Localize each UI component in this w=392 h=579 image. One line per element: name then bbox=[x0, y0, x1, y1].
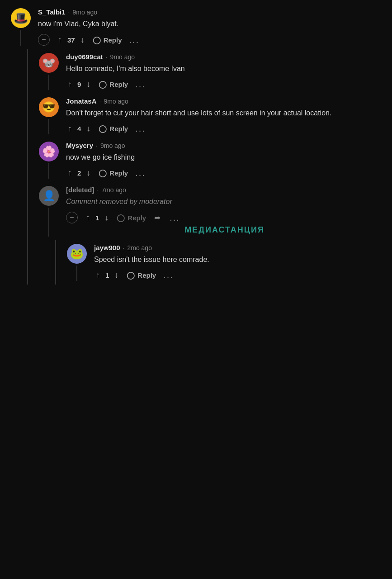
downvote-icon-jonatas bbox=[86, 124, 90, 133]
avatar-deleted: 👤 bbox=[39, 186, 59, 206]
reply-button-mysycry[interactable]: ◯ Reply bbox=[99, 169, 128, 177]
vote-group-duy: 9 bbox=[66, 79, 92, 90]
vote-count-s-talbi1: 37 bbox=[67, 36, 75, 44]
timestamp-jayw: 2mo ago bbox=[127, 244, 151, 252]
timestamp-duy: 9mo ago bbox=[110, 53, 135, 61]
upvote-icon-jayw bbox=[96, 271, 100, 280]
comment-body-deleted: Comment removed by moderator bbox=[66, 196, 383, 207]
more-button-duy[interactable]: ... bbox=[134, 79, 146, 90]
comment-jonatas: 😎 JonatasA · 9mo ago Don't forget to cut… bbox=[28, 94, 392, 138]
thread-line-jayw bbox=[76, 266, 77, 281]
vote-count-deleted: 1 bbox=[95, 214, 99, 222]
timestamp-deleted: 7mo ago bbox=[101, 186, 126, 194]
share-icon-deleted: ➦ bbox=[154, 214, 161, 222]
upvote-button-duy[interactable] bbox=[66, 79, 74, 90]
more-button-jayw[interactable]: ... bbox=[162, 270, 175, 280]
comment-body-duy: Hello comrade, I'm also become Ivan bbox=[66, 63, 383, 74]
more-button-mysycry[interactable]: ... bbox=[134, 168, 146, 178]
username-deleted: [deleted] bbox=[66, 186, 94, 194]
comment-actions-jayw: 1 ◯ Reply ... bbox=[94, 270, 383, 281]
upvote-button-jonatas[interactable] bbox=[66, 123, 74, 134]
collapse-button-deleted[interactable]: − bbox=[66, 212, 78, 223]
more-button-jonatas[interactable]: ... bbox=[134, 123, 146, 134]
comment-body-jayw: Speed isn't the issue here comrade. bbox=[94, 254, 383, 265]
comment-actions-deleted: − 1 ◯ Reply ➦ bbox=[66, 212, 383, 223]
thread-line-mysycry bbox=[48, 163, 49, 179]
reply-icon-s-talbi1: ◯ bbox=[93, 36, 101, 44]
more-button-s-talbi1[interactable]: ... bbox=[128, 35, 141, 45]
downvote-icon-jayw bbox=[114, 271, 118, 280]
downvote-button-mysycry[interactable] bbox=[85, 167, 92, 179]
watermark-deleted: МЕДИАСТАНЦИЯ bbox=[66, 225, 383, 235]
reply-icon-deleted: ◯ bbox=[117, 214, 125, 222]
username-jayw: jayw900 bbox=[94, 244, 120, 252]
more-button-deleted[interactable]: ... bbox=[169, 213, 181, 223]
comment-left-deleted: 👤 bbox=[35, 186, 62, 237]
comment-content-deleted: [deleted] · 7mo ago Comment removed by m… bbox=[62, 186, 392, 237]
upvote-button-jayw[interactable] bbox=[94, 270, 102, 281]
downvote-button-s-talbi1[interactable] bbox=[79, 34, 86, 46]
comment-body-jonatas: Don't forget to cut your hair short and … bbox=[66, 108, 383, 119]
upvote-icon-duy bbox=[68, 80, 72, 89]
username-s-talbi1: S_Talbi1 bbox=[38, 8, 66, 16]
downvote-button-duy[interactable] bbox=[85, 79, 92, 90]
reply-button-deleted[interactable]: ◯ Reply bbox=[117, 214, 146, 222]
reply-button-s-talbi1[interactable]: ◯ Reply bbox=[93, 36, 122, 44]
upvote-icon-deleted bbox=[86, 213, 90, 223]
thread-line-s-talbi1 bbox=[20, 30, 21, 46]
comment-thread: 🎩 S_Talbi1 · 9mo ago now i'm Vlad, Cyka … bbox=[0, 0, 392, 289]
vote-group-s-talbi1: 37 bbox=[56, 34, 86, 46]
comment-actions-duy: 9 ◯ Reply ... bbox=[66, 79, 383, 90]
downvote-icon-deleted bbox=[104, 213, 109, 223]
comment-actions-s-talbi1: − 37 ◯ Reply ... bbox=[38, 34, 383, 46]
vote-group-mysycry: 2 bbox=[66, 167, 92, 179]
comment-header-jonatas: JonatasA · 9mo ago bbox=[66, 97, 383, 105]
comment-content-s-talbi1: S_Talbi1 · 9mo ago now i'm Vlad, Cyka bl… bbox=[34, 8, 392, 46]
comment-left-jonatas: 😎 bbox=[35, 97, 62, 134]
avatar-mysycry: 🌸 bbox=[39, 142, 59, 161]
reply-icon-mysycry: ◯ bbox=[99, 169, 107, 177]
comment-header-deleted: [deleted] · 7mo ago bbox=[66, 186, 383, 194]
comment-left-duy: 🐭 bbox=[35, 53, 62, 90]
thread-line-deleted bbox=[48, 208, 49, 237]
downvote-button-deleted[interactable] bbox=[103, 212, 110, 223]
username-duy: duy0699cat bbox=[66, 53, 103, 61]
comment-s-talbi1: 🎩 S_Talbi1 · 9mo ago now i'm Vlad, Cyka … bbox=[0, 5, 392, 49]
timestamp-mysycry: 9mo ago bbox=[100, 142, 125, 149]
username-mysycry: Mysycry bbox=[66, 142, 93, 149]
downvote-button-jayw[interactable] bbox=[113, 270, 120, 281]
upvote-icon-mysycry bbox=[68, 168, 72, 178]
vote-count-jayw: 1 bbox=[105, 271, 109, 279]
upvote-icon-jonatas bbox=[68, 124, 72, 133]
reply-button-jonatas[interactable]: ◯ Reply bbox=[99, 124, 128, 133]
upvote-button-deleted[interactable] bbox=[84, 212, 92, 223]
nested-replies-s-talbi1: 🐭 duy0699cat · 9mo ago Hello comrade, I'… bbox=[27, 49, 392, 285]
downvote-icon-mysycry bbox=[86, 168, 90, 178]
thread-line-jonatas bbox=[48, 119, 49, 134]
avatar-s-talbi1: 🎩 bbox=[11, 8, 31, 28]
comment-content-jayw: jayw900 · 2mo ago Speed isn't the issue … bbox=[90, 244, 392, 281]
comment-header-jayw: jayw900 · 2mo ago bbox=[94, 244, 383, 252]
comment-body-s-talbi1: now i'm Vlad, Cyka blyat. bbox=[38, 19, 383, 29]
vote-count-duy: 9 bbox=[77, 81, 81, 88]
comment-duy0699cat: 🐭 duy0699cat · 9mo ago Hello comrade, I'… bbox=[28, 49, 392, 94]
avatar-duy: 🐭 bbox=[39, 53, 59, 73]
vote-group-jonatas: 4 bbox=[66, 123, 92, 134]
timestamp-jonatas: 9mo ago bbox=[104, 98, 128, 105]
upvote-icon-s-talbi1 bbox=[58, 35, 62, 45]
collapse-button-s-talbi1[interactable]: − bbox=[38, 34, 50, 46]
share-button-deleted[interactable]: ➦ bbox=[152, 212, 162, 223]
upvote-button-s-talbi1[interactable] bbox=[56, 34, 64, 46]
comment-actions-mysycry: 2 ◯ Reply ... bbox=[66, 167, 383, 179]
reply-icon-jonatas: ◯ bbox=[99, 124, 107, 133]
upvote-button-mysycry[interactable] bbox=[66, 167, 74, 179]
reply-icon-duy: ◯ bbox=[99, 80, 107, 89]
reply-button-jayw[interactable]: ◯ Reply bbox=[127, 271, 156, 280]
comment-content-mysycry: Mysycry · 9mo ago now we go ice fishing … bbox=[62, 142, 392, 179]
comment-deleted: 👤 [deleted] · 7mo ago Comment removed by… bbox=[28, 182, 392, 240]
vote-group-deleted: 1 bbox=[84, 212, 110, 223]
comment-header-duy: duy0699cat · 9mo ago bbox=[66, 53, 383, 61]
reply-button-duy[interactable]: ◯ Reply bbox=[99, 80, 128, 89]
downvote-button-jonatas[interactable] bbox=[85, 123, 92, 134]
timestamp-s-talbi1: 9mo ago bbox=[72, 9, 97, 16]
